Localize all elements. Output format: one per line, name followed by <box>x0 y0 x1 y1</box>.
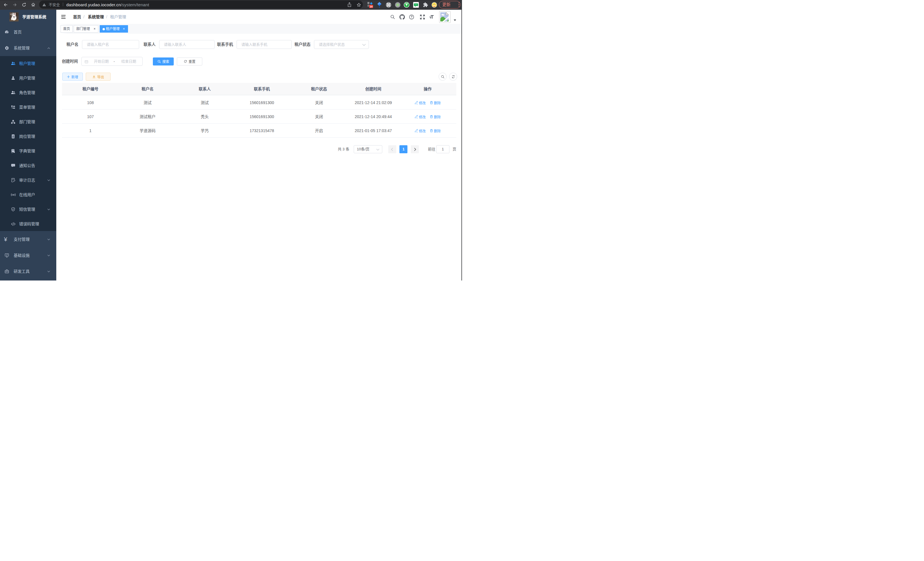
svg-text:10: 10 <box>370 5 373 8</box>
